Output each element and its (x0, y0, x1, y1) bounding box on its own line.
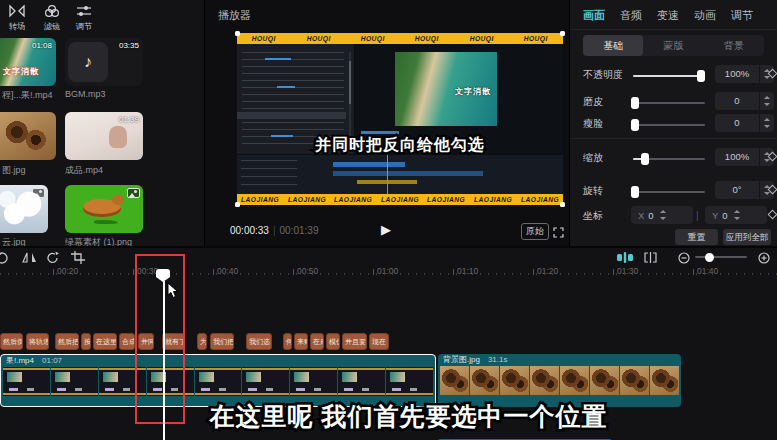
transform-handle[interactable] (235, 202, 240, 207)
subtitle-clip[interactable]: 合成 (119, 333, 135, 350)
subtitle-clip[interactable]: 然后倒 (0, 333, 23, 350)
video-subtitle-text: 并同时把反向给他勾选 (237, 135, 563, 156)
subtitle-clip[interactable]: 我们选 (246, 333, 272, 350)
clip-label: 果!.mp4 (6, 355, 34, 366)
media-item-bgm-audio[interactable]: ♪ 03:35 (65, 38, 143, 86)
subtitle-clip[interactable]: 来到 (294, 333, 308, 350)
video-preview[interactable]: HOUQI HOUQI HOUQI HOUQI HOUQI HOUQI (237, 33, 563, 205)
subtitle-clip[interactable]: 并且要制 (342, 333, 367, 350)
media-item-greenscreen-tiger[interactable] (65, 185, 143, 233)
video-editor-app: 转场 滤镜 调节 01:08 文字消散 程]...果!.mp4 ♪ 03:35 … (0, 0, 777, 440)
slider-thumb[interactable] (631, 97, 639, 109)
image-type-icon (32, 188, 45, 198)
filmstrip-frame (500, 366, 529, 395)
properties-actions: 重置 应用到全部 (570, 229, 769, 246)
smooth-skin-value[interactable]: 0 (715, 92, 759, 110)
subtitle-clip[interactable]: 模仿 (326, 333, 340, 350)
duration-badge: 01:08 (32, 41, 52, 50)
subtitle-clip[interactable]: 并同 (138, 333, 154, 350)
position-y-field[interactable]: Y 0 (705, 206, 767, 224)
timeline-zoom-slider[interactable] (695, 256, 747, 258)
rotate-value[interactable]: 0° (715, 181, 759, 199)
tab-filters[interactable]: 滤镜 (37, 4, 67, 33)
subtitle-clip[interactable]: 为 (197, 333, 207, 350)
watermark-text: HOUQI (415, 35, 439, 42)
row-scale: 缩放 100% (583, 147, 769, 167)
divider (570, 29, 777, 30)
keyframe-diamond-icon[interactable] (768, 210, 777, 220)
transform-handle[interactable] (560, 202, 565, 207)
tab-adjust[interactable]: 调节 (69, 4, 99, 33)
tab-speed[interactable]: 变速 (657, 8, 679, 23)
duration-badge: 01:39 (119, 115, 139, 124)
fullscreen-icon[interactable] (553, 224, 564, 242)
tutorial-subtitle: 在这里呢 我们首先要选中一个位置 (40, 400, 777, 433)
media-panel: 转场 滤镜 调节 01:08 文字消散 程]...果!.mp4 ♪ 03:35 … (0, 0, 205, 246)
stepper[interactable] (731, 206, 743, 224)
apply-to-all-button[interactable]: 应用到全部 (723, 229, 771, 245)
stepper[interactable] (657, 206, 669, 224)
clip-header: 背景图.jpg 31.1s (438, 354, 681, 365)
time-display: 00:00:33|00:01:39 (230, 225, 318, 236)
reset-button[interactable]: 重置 (675, 229, 718, 245)
subtitle-clip[interactable]: 按 (81, 333, 91, 350)
ratio-button[interactable]: 原始 (521, 223, 549, 240)
media-item-donut-image[interactable] (0, 112, 56, 160)
slider-thumb[interactable] (631, 119, 639, 131)
slider-thumb[interactable] (697, 70, 705, 82)
adjust-icon (76, 4, 92, 18)
media-item-beach-video[interactable]: 01:08 文字消散 (0, 38, 56, 86)
tab-audio[interactable]: 音频 (620, 8, 642, 23)
tab-animation[interactable]: 动画 (694, 8, 716, 23)
tab-transitions[interactable]: 转场 (2, 4, 32, 33)
subtitle-clip[interactable]: 然后把 (55, 333, 79, 350)
subtitle-clip[interactable]: 将轨道 (26, 333, 49, 350)
media-item-label: 程]...果!.mp4 (2, 89, 62, 102)
transform-handle[interactable] (560, 31, 565, 36)
subtab-mask[interactable]: 蒙版 (643, 35, 703, 56)
stepper[interactable] (760, 92, 774, 110)
stepper[interactable] (760, 114, 774, 132)
total-time: 00:01:39 (280, 225, 319, 236)
transform-handle[interactable] (235, 31, 240, 36)
subtitle-clip[interactable]: 就有了 (162, 333, 185, 350)
subtitle-clip[interactable]: 何 (283, 333, 292, 350)
subtab-basic[interactable]: 基础 (583, 35, 643, 56)
play-button[interactable]: ▶ (381, 222, 391, 237)
smooth-skin-slider[interactable] (633, 102, 705, 104)
rotate-slider[interactable] (633, 191, 705, 193)
watermark-text: HOUQI (306, 35, 330, 42)
position-x-field[interactable]: X 0 (631, 206, 693, 224)
subtitle-clip[interactable]: 在最 (310, 333, 324, 350)
image-type-icon (127, 188, 140, 198)
filmstrip-frame (590, 366, 619, 395)
slider-thumb[interactable] (631, 186, 639, 198)
subtab-background[interactable]: 背景 (704, 35, 764, 56)
watermark-bar-bottom: LAOJIANG LAOJIANG LAOJIANG LAOJIANG LAOJ… (237, 194, 563, 205)
media-item-finished-video[interactable]: 01:39 (65, 112, 143, 160)
watermark-text: LAOJIANG (241, 196, 279, 203)
tab-adjust[interactable]: 调节 (731, 8, 753, 23)
properties-panel: 画面 音频 变速 动画 调节 基础 蒙版 背景 不透明度 100% 磨皮 0 瘦… (570, 0, 777, 246)
subtitle-clip[interactable]: 现在 (369, 333, 389, 350)
subtitle-clip[interactable]: 在这里把 (93, 333, 117, 350)
row-opacity: 不透明度 100% (583, 64, 769, 84)
row-slim-face: 瘦脸 0 (583, 113, 769, 133)
slider-thumb[interactable] (705, 253, 714, 262)
duration-badge: 03:35 (119, 41, 139, 50)
tab-picture[interactable]: 画面 (583, 8, 605, 23)
timeline-ruler[interactable]: 00:20 00:30 00:40 00:50 01:00 01:10 01:2… (0, 266, 777, 278)
slim-face-value[interactable]: 0 (715, 114, 759, 132)
subtitle-clip[interactable]: 我们把 (210, 333, 234, 350)
position-y-value: 0 (722, 210, 727, 221)
scale-slider[interactable] (633, 158, 705, 160)
opacity-slider[interactable] (633, 75, 705, 77)
slider-thumb[interactable] (641, 153, 649, 165)
filmstrip (440, 366, 679, 395)
decorative-value (277, 86, 295, 88)
media-item-clouds-image[interactable] (0, 185, 48, 233)
opacity-value[interactable]: 100% (715, 65, 759, 83)
watermark-text: HOUQI (469, 35, 493, 42)
slim-face-slider[interactable] (633, 124, 705, 126)
scale-value[interactable]: 100% (715, 148, 759, 166)
